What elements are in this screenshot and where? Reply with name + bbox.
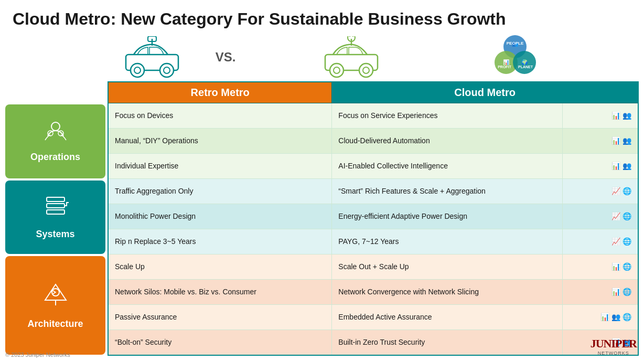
chart-icon: 📊 bbox=[611, 162, 620, 170]
retro-cell: Passive Assurance bbox=[108, 304, 332, 330]
brand-tagline: NETWORKS bbox=[598, 351, 629, 356]
table-row: Network Silos: Mobile vs. Biz vs. Consum… bbox=[108, 279, 638, 304]
cloud-cell: Focus on Service Experiences bbox=[332, 103, 563, 129]
svg-text:PROFIT: PROFIT bbox=[498, 65, 511, 69]
table-row: Traffic Aggregation Only “Smart” Rich Fe… bbox=[108, 178, 638, 204]
cloud-cell: PAYG, 7~12 Years bbox=[332, 229, 563, 254]
retro-header: Retro Metro bbox=[108, 82, 332, 103]
architecture-label: Architecture bbox=[27, 318, 83, 330]
cloud-cell: Built-in Zero Trust Security bbox=[332, 330, 563, 355]
retro-cell: Monolithic Power Design bbox=[108, 204, 332, 229]
retro-cell: Network Silos: Mobile vs. Biz vs. Consum… bbox=[108, 279, 332, 304]
chart-icon: 📈 bbox=[611, 237, 620, 246]
svg-point-14 bbox=[330, 63, 344, 77]
cloud-cell: Network Convergence with Network Slicing bbox=[332, 279, 563, 304]
icons-cell: 📊 👥 bbox=[563, 128, 638, 153]
chart-icon: 📈 bbox=[611, 212, 620, 220]
svg-point-16 bbox=[359, 63, 373, 77]
people-icon: 👥 bbox=[611, 313, 620, 321]
operations-label: Operations bbox=[30, 152, 80, 163]
retro-cell: Individual Expertise bbox=[108, 153, 332, 178]
svg-rect-30 bbox=[47, 197, 65, 201]
vs-section: VS. bbox=[0, 32, 644, 81]
cloud-car-icon bbox=[252, 36, 451, 78]
people-icon: 👥 bbox=[622, 136, 631, 145]
juniper-tripod-icon: 👥 📊 🌍 PEOPLE PROFIT PLANET bbox=[493, 35, 538, 79]
systems-label: Systems bbox=[36, 229, 74, 240]
category-systems: Systems bbox=[5, 181, 105, 254]
page-title: Cloud Metro: New Category For Sustainabl… bbox=[0, 0, 644, 32]
cloud-cell: AI-Enabled Collective Intelligence bbox=[332, 153, 563, 178]
globe-icon: 🌐 bbox=[622, 262, 631, 271]
svg-point-5 bbox=[131, 63, 144, 77]
cloud-header: Cloud Metro bbox=[332, 82, 638, 103]
icons-cell: 📈 🌐 bbox=[563, 229, 638, 254]
svg-point-27 bbox=[51, 122, 60, 131]
cloud-cell: “Smart” Rich Features & Scale + Aggregat… bbox=[332, 178, 563, 204]
table-row: Rip n Replace 3~5 Years PAYG, 7~12 Years… bbox=[108, 229, 638, 254]
cloud-cell: Cloud-Delivered Automation bbox=[332, 128, 563, 153]
retro-cell: Rip n Replace 3~5 Years bbox=[108, 229, 332, 254]
category-operations: Operations bbox=[5, 104, 105, 178]
copyright: © 2023 Juniper Networks bbox=[5, 352, 70, 358]
svg-rect-32 bbox=[47, 210, 65, 214]
systems-icon bbox=[42, 195, 69, 222]
globe-icon: 🌐 bbox=[622, 313, 631, 321]
vs-label: VS. bbox=[199, 50, 252, 65]
retro-cell: Focus on Devices bbox=[108, 103, 332, 129]
chart-icon: 📊 bbox=[611, 111, 620, 120]
globe-icon: 🌐 bbox=[622, 212, 631, 220]
comparison-table: Retro Metro Cloud Metro Focus on Devices… bbox=[108, 81, 639, 356]
icons-cell: 📊 🌐 bbox=[563, 254, 638, 279]
icons-cell: 📊 🌐 bbox=[563, 279, 638, 304]
table-row: Manual, “DIY” Operations Cloud-Delivered… bbox=[108, 128, 638, 153]
svg-rect-31 bbox=[47, 204, 65, 208]
architecture-icon bbox=[42, 282, 69, 312]
table-row: Monolithic Power Design Energy-efficient… bbox=[108, 204, 638, 229]
globe-icon: 🌐 bbox=[622, 237, 631, 246]
retro-cell: “Bolt-on” Security bbox=[108, 330, 332, 355]
icons-cell: 📊 👥 bbox=[563, 153, 638, 178]
table-row: Scale Up Scale Out + Scale Up 📊 🌐 bbox=[108, 254, 638, 279]
category-architecture: Architecture bbox=[5, 256, 105, 355]
retro-cell: Traffic Aggregation Only bbox=[108, 178, 332, 204]
svg-text:PEOPLE: PEOPLE bbox=[507, 41, 524, 46]
chart-icon: 📊 bbox=[611, 288, 620, 296]
retro-car-icon bbox=[105, 36, 199, 78]
retro-cell: Manual, “DIY” Operations bbox=[108, 128, 332, 153]
operations-icon bbox=[42, 120, 69, 145]
retro-cell: Scale Up bbox=[108, 254, 332, 279]
table-row: Passive Assurance Embedded Active Assura… bbox=[108, 304, 638, 330]
icons-cell: 📊 👥 🌐 bbox=[563, 304, 638, 330]
icons-cell: 📊 👥 bbox=[563, 103, 638, 129]
table-row: Focus on Devices Focus on Service Experi… bbox=[108, 103, 638, 129]
table-row: “Bolt-on” Security Built-in Zero Trust S… bbox=[108, 330, 638, 355]
svg-point-7 bbox=[160, 63, 174, 77]
icons-cell: 📈 🌐 bbox=[563, 204, 638, 229]
chart-icon: 📊 bbox=[611, 136, 620, 145]
cloud-cell: Scale Out + Scale Up bbox=[332, 254, 563, 279]
brand-name: JUNIPER bbox=[591, 337, 637, 351]
icons-cell: 📈 🌐 bbox=[563, 178, 638, 204]
svg-text:PLANET: PLANET bbox=[518, 65, 533, 69]
globe-icon: 🌐 bbox=[622, 288, 631, 296]
cloud-cell: Energy-efficient Adaptive Power Design bbox=[332, 204, 563, 229]
juniper-brand: JUNIPER NETWORKS bbox=[591, 337, 637, 356]
content-area: Operations Systems bbox=[0, 81, 644, 361]
people-icon: 👥 bbox=[622, 111, 631, 120]
people-icon: 👥 bbox=[622, 162, 631, 170]
category-sidebar: Operations Systems bbox=[5, 81, 108, 356]
chart-icon: 📈 bbox=[611, 187, 620, 195]
cloud-cell: Embedded Active Assurance bbox=[332, 304, 563, 330]
chart-icon: 📊 bbox=[600, 313, 609, 321]
chart-icon: 📊 bbox=[611, 262, 620, 271]
table-row: Individual Expertise AI-Enabled Collecti… bbox=[108, 153, 638, 178]
globe-icon: 🌐 bbox=[622, 187, 631, 195]
